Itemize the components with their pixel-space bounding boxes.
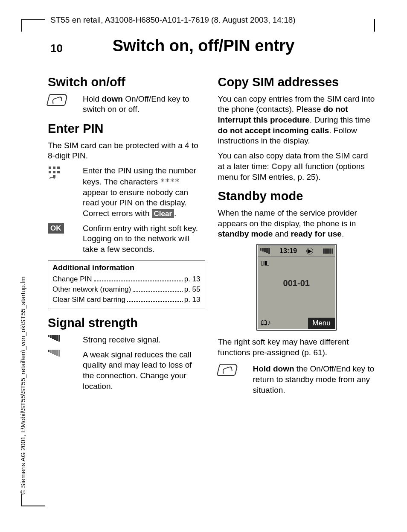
svg-rect-5: [57, 171, 60, 173]
signal-strong-text: Strong receive signal.: [83, 335, 205, 345]
crop-mark-top-left: [21, 19, 45, 32]
heading-switch-onoff: Switch on/off: [48, 74, 205, 91]
svg-rect-4: [53, 171, 55, 173]
onoff-key-icon: [218, 364, 248, 376]
phone-signal-icon: [260, 248, 270, 254]
holddown-text: Hold down the On/Off/End key to return t…: [253, 364, 375, 395]
copy-sim-p1: You can copy entries from the SIM card i…: [218, 94, 375, 146]
phone-status-icons: ▯◧: [261, 259, 270, 266]
addl-row: Clear SIM card barringp. 13: [52, 295, 201, 304]
onoff-key-icon: [48, 94, 78, 106]
addl-row: Change PINp. 13: [52, 275, 201, 284]
ok-text: Confirm entry with right soft key. Loggi…: [83, 223, 205, 255]
keypad-icon: [48, 166, 78, 180]
phone-gprs-icon: ▶: [306, 248, 313, 254]
svg-rect-3: [49, 171, 51, 173]
phone-time: 13:19: [279, 247, 297, 256]
switch-onoff-text: Hold down On/Off/End key to switch on or…: [83, 94, 205, 115]
right-column: Copy SIM addresses You can copy entries …: [218, 68, 375, 400]
content-columns: Switch on/off Hold down On/Off/End key t…: [48, 68, 375, 400]
signal-weak-text: A weak signal reduces the call quality a…: [83, 350, 205, 392]
crop-mark-bottom-left: [21, 494, 45, 506]
heading-enter-pin: Enter PIN: [48, 121, 205, 137]
svg-rect-0: [49, 167, 51, 169]
enter-pin-text: Enter the PIN using the number keys. The…: [83, 166, 205, 219]
phone-display-mock: 13:19 ▶ ▯◧ 001-01 🕮♪ Menu: [256, 244, 337, 331]
softkey-note: The right soft key may have different fu…: [218, 337, 375, 358]
phone-left-softkey-icon: 🕮♪: [258, 318, 273, 328]
crop-mark-top-right: [374, 19, 375, 32]
clear-softkey-badge: Clear: [152, 209, 174, 218]
heading-copy-sim: Copy SIM addresses: [218, 74, 375, 91]
ok-softkey-badge: OK: [48, 223, 78, 234]
svg-rect-1: [53, 167, 55, 169]
heading-signal-strength: Signal strength: [48, 315, 205, 331]
svg-rect-2: [57, 167, 60, 169]
copy-sim-p2: You can also copy data from the SIM card…: [218, 151, 375, 182]
addl-row: Other network (roaming)p. 55: [52, 285, 201, 294]
signal-strong-icon: [48, 335, 78, 342]
phone-battery-icon: [323, 248, 333, 254]
additional-info-title: Additional information: [52, 263, 201, 273]
phone-right-softkey: Menu: [308, 318, 335, 329]
heading-standby-mode: Standby mode: [218, 188, 375, 205]
running-header: ST55 en retail, A31008-H6850-A101-1-7619…: [50, 15, 296, 25]
copyright-sidebar: © Siemens AG 2001, I:\Mobil\ST55\ST55_re…: [19, 277, 26, 494]
left-column: Switch on/off Hold down On/Off/End key t…: [48, 68, 205, 400]
phone-network-name: 001-01: [258, 278, 335, 289]
chapter-title: Switch on, off/PIN entry: [113, 37, 294, 55]
additional-info-box: Additional information Change PINp. 13 O…: [48, 260, 205, 310]
page-number: 10: [50, 42, 63, 55]
signal-weak-icon: [48, 350, 78, 357]
standby-p1: When the name of the service provider ap…: [218, 208, 375, 240]
enter-pin-intro: The SIM card can be protected with a 4 t…: [48, 140, 205, 161]
